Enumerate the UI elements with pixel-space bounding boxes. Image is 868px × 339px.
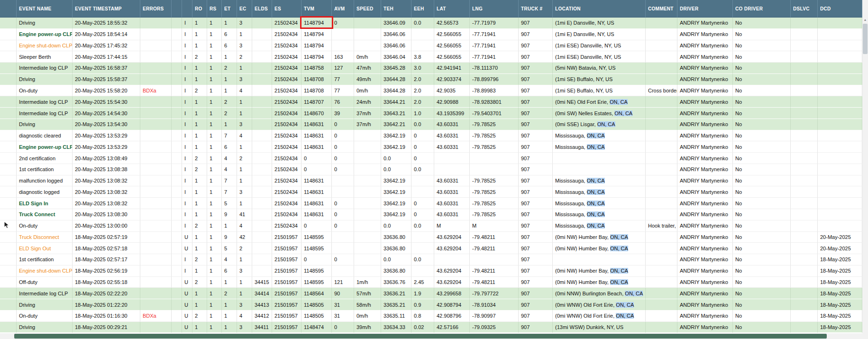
cell-avm: 77 xyxy=(332,74,354,85)
cell-loc: Mississauga, ON, CA xyxy=(553,141,646,153)
table-row[interactable]: 1st certification18-May-2025 02:57:17I21… xyxy=(0,254,862,266)
column-header-driver[interactable]: DRIVER xyxy=(677,0,733,18)
column-header-err[interactable]: ERRORS xyxy=(140,0,172,18)
table-row[interactable]: Engine shut-down CLP18-May-2025 02:56:19… xyxy=(0,266,862,277)
cell-gutter xyxy=(0,322,17,333)
column-header-org[interactable] xyxy=(182,0,192,18)
cell-tvm: 0 xyxy=(302,220,332,232)
cell-dcd xyxy=(818,74,862,85)
cell-rs: 1 xyxy=(207,209,222,220)
column-header-teh[interactable]: TEH xyxy=(381,0,411,18)
cell-err xyxy=(140,288,172,299)
column-header-ts[interactable]: EVENT TIMESTAMP xyxy=(73,0,140,18)
cell-lat: 43.60331 xyxy=(434,130,470,142)
location-highlight: ON, CA xyxy=(587,144,605,150)
table-row[interactable]: malfunction logged20-May-2025 13:08:32I1… xyxy=(0,175,862,187)
cell-loc: (1mi ESE) Dansville, NY, US xyxy=(553,40,646,52)
cell-name: Driving xyxy=(17,18,73,29)
table-row[interactable]: diagnostic cleared20-May-2025 13:53:29I1… xyxy=(0,130,862,142)
cell-codriver: No xyxy=(733,74,791,85)
cell-ts: 18-May-2025 01:16:30 xyxy=(73,311,140,322)
cell-teh: 33636.80 xyxy=(381,266,411,277)
column-header-speed[interactable]: SPEED xyxy=(354,0,381,18)
column-header-lat[interactable]: LAT xyxy=(434,0,470,18)
cell-loc: (0mi NW) Humber Bay, ON, CA xyxy=(553,232,646,243)
cell-teh: 33635.11 xyxy=(381,311,411,322)
cell-rs: 1 xyxy=(207,51,222,63)
table-row[interactable]: ELD Sign In20-May-2025 13:08:32I11512150… xyxy=(0,198,862,209)
location-highlight: ON, CA xyxy=(597,121,615,127)
column-header-ec[interactable]: EC xyxy=(237,0,252,18)
table-row[interactable]: On-duty18-May-2025 01:16:30BDXaU21143441… xyxy=(0,311,862,322)
horizontal-scrollbar-thumb[interactable] xyxy=(14,334,827,339)
column-header-tvm[interactable]: TVM xyxy=(302,0,332,18)
scroll-up-arrow-icon[interactable]: ▲ xyxy=(862,18,868,21)
cell-elds: 34411 xyxy=(252,322,272,333)
column-header-comment[interactable]: COMMENT xyxy=(646,0,677,18)
table-row[interactable]: Driving20-May-2025 15:58:37I111321502434… xyxy=(0,74,862,85)
cell-teh: 0.0 xyxy=(381,254,411,266)
table-row[interactable]: Truck Connect20-May-2025 13:08:30I119412… xyxy=(0,209,862,220)
table-row[interactable]: Truck Disconnect18-May-2025 02:57:19U119… xyxy=(0,232,862,243)
cell-ec: 4 xyxy=(237,311,252,322)
horizontal-scrollbar[interactable] xyxy=(0,333,862,339)
column-header-et[interactable]: ET xyxy=(222,0,237,18)
column-header-avm[interactable]: AVM xyxy=(332,0,354,18)
table-row[interactable]: Intermediate log CLP20-May-2025 14:54:30… xyxy=(0,108,862,119)
table-row[interactable]: Intermediate log CLP20-May-2025 15:54:30… xyxy=(0,96,862,108)
table-row[interactable]: Intermediate log CLP20-May-2025 16:58:37… xyxy=(0,63,862,74)
column-header-rs[interactable]: RS xyxy=(207,0,222,18)
cell-gutter xyxy=(0,108,17,119)
table-row[interactable]: 1st certification20-May-2025 13:08:38I21… xyxy=(0,164,862,175)
cell-rs: 1 xyxy=(207,29,222,40)
column-header-dslvc[interactable]: DSLVC xyxy=(791,0,818,18)
column-header-elds[interactable]: ELDS xyxy=(252,0,272,18)
cell-dslvc xyxy=(791,29,818,40)
cell-ec: 3 xyxy=(237,74,252,85)
table-row[interactable]: diagnostic logged20-May-2025 13:08:32I11… xyxy=(0,186,862,198)
table-row[interactable]: Driving18-May-2025 00:29:21U111334411215… xyxy=(0,322,862,333)
vertical-scrollbar[interactable]: ▲ xyxy=(862,0,868,333)
table-row[interactable]: Driving20-May-2025 18:55:32I111321502434… xyxy=(0,18,862,29)
table-row[interactable]: On-duty20-May-2025 13:00:00I211421502434… xyxy=(0,220,862,232)
column-header-lng[interactable]: LNG xyxy=(470,0,519,18)
table-row[interactable]: Driving18-May-2025 01:22:20U111334413215… xyxy=(0,299,862,311)
cell-loc: (0mi SW) Nelles Estates, ON, CA xyxy=(553,108,646,119)
cell-truck: 907 xyxy=(519,108,553,119)
cell-dcd: 18-May-2025 xyxy=(818,311,862,322)
table-row[interactable]: Driving20-May-2025 13:54:30I111321502434… xyxy=(0,119,862,130)
cell-truck: 907 xyxy=(519,254,553,266)
cell-speed xyxy=(354,130,381,142)
column-header-dcd[interactable]: DCD xyxy=(818,0,862,18)
column-header-name[interactable]: EVENT NAME xyxy=(17,0,73,18)
cell-name: On-duty xyxy=(17,220,73,232)
cell-driver: ANDRIY Martynenko xyxy=(677,198,733,209)
table-row[interactable]: Engine power-up CLP20-May-2025 18:54:14I… xyxy=(0,29,862,40)
cell-rs: 1 xyxy=(207,299,222,311)
column-header-loc[interactable]: LOCATION xyxy=(553,0,646,18)
column-header-codriver[interactable]: CO DRIVER xyxy=(733,0,791,18)
table-row[interactable]: Engine power-up CLP20-May-2025 13:53:29I… xyxy=(0,141,862,153)
column-header-truck[interactable]: TRUCK # xyxy=(519,0,553,18)
table-row[interactable]: 2nd certification20-May-2025 13:08:49I21… xyxy=(0,153,862,164)
cell-b1 xyxy=(172,311,182,322)
vertical-scrollbar-thumb[interactable] xyxy=(863,24,868,54)
cell-loc: (0mi NW) Humber Bay, ON, CA xyxy=(553,266,646,277)
table-row[interactable]: Intermediate log CLP18-May-2025 02:22:20… xyxy=(0,288,862,299)
column-header-gutter[interactable] xyxy=(0,0,17,18)
table-row[interactable]: On-duty20-May-2025 15:58:20BDXaI21142150… xyxy=(0,85,862,97)
table-row[interactable]: Engine shut-down CLP20-May-2025 17:45:32… xyxy=(0,40,862,52)
cell-ts: 20-May-2025 13:08:32 xyxy=(73,186,140,198)
table-row[interactable]: Off-duty18-May-2025 02:55:18U21113441521… xyxy=(0,277,862,288)
cell-driver: ANDRIY Martynenko xyxy=(677,40,733,52)
column-header-eeh[interactable]: EEH xyxy=(411,0,434,18)
column-header-b1[interactable] xyxy=(172,0,182,18)
table-row[interactable]: Sleeper Berth20-May-2025 17:44:15I211221… xyxy=(0,51,862,63)
cell-dcd xyxy=(818,63,862,74)
cell-gutter xyxy=(0,164,17,175)
column-header-es[interactable]: ES xyxy=(272,0,302,18)
cell-eeh: 1.9 xyxy=(411,288,434,299)
column-header-ro[interactable]: RO xyxy=(192,0,207,18)
cell-et: 1 xyxy=(222,51,237,63)
table-row[interactable]: ELD Sign Out18-May-2025 02:57:18U1152215… xyxy=(0,243,862,254)
